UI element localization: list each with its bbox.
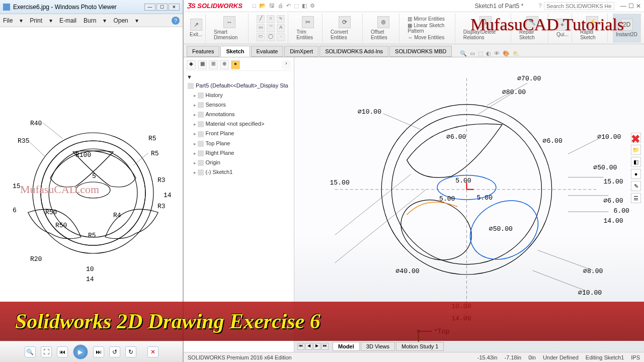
qat-print-icon[interactable]: 🖨 (278, 3, 283, 9)
menu-open[interactable]: Open (113, 17, 128, 24)
sw-close-button[interactable]: ✕ (636, 3, 641, 10)
tree-filter-icon[interactable]: ▼ (187, 74, 192, 80)
qat-options-icon[interactable]: ⚙ (310, 3, 315, 9)
taskpane-view-icon[interactable]: ◧ (631, 157, 641, 167)
instant2d-button[interactable]: 2DInstant2D (613, 14, 641, 43)
menu-file[interactable]: File (3, 17, 13, 24)
display-relations-button[interactable]: ⊥Display/Delete Relations (460, 14, 511, 43)
mirror-entities-button[interactable]: ▥ Mirror Entities (408, 16, 444, 22)
text-tool-icon[interactable]: A (277, 24, 285, 32)
view-orient-icon[interactable]: ⬚ (478, 50, 483, 57)
tree-item-top-plane[interactable]: Top Plane (186, 139, 292, 148)
spline-tool-icon[interactable]: ∿ (277, 15, 285, 23)
tab-dimxpert[interactable]: DimXpert (284, 46, 318, 57)
taskpane-appearance-icon[interactable]: ● (631, 169, 641, 179)
status-edition: SOLIDWORKS Premium 2016 x64 Edition (188, 354, 292, 360)
tree-item-right-plane[interactable]: Right Plane (186, 148, 292, 158)
menu-email[interactable]: E-mail (59, 17, 76, 24)
linear-pattern-button[interactable]: ▦ Linear Sketch Pattern (408, 23, 451, 34)
wpv-controls: 🔍 ⛶ ⏮ ▶ ⏭ ↺ ↻ ✕ (0, 341, 183, 362)
circle-tool-icon[interactable]: ○ (267, 15, 275, 23)
ellipse-tool-icon[interactable]: ◯ (267, 33, 275, 41)
tree-tab2-icon[interactable]: ▦ (198, 60, 207, 69)
qat-new-icon[interactable]: □ (253, 3, 256, 9)
close-button[interactable]: ✕ (169, 4, 180, 11)
qat-rebuild-icon[interactable]: ◧ (302, 3, 307, 9)
tab-nav-next[interactable]: ▶ (313, 343, 320, 350)
tab-nav-last[interactable]: ⏭ (321, 343, 329, 350)
zoom-area-icon[interactable]: ▭ (470, 50, 475, 57)
tree-item-history[interactable]: History (186, 90, 292, 100)
qat-open-icon[interactable]: 📂 (259, 3, 266, 9)
repair-sketch-button[interactable]: 🔧Repair Sketch (516, 14, 548, 43)
tab-nav-prev[interactable]: ◀ (305, 343, 312, 350)
rapid-sketch-button[interactable]: ⚡Rapid Sketch (577, 14, 608, 43)
slideshow-button[interactable]: ▶ (73, 344, 88, 359)
sw-minimize-button[interactable]: — (620, 3, 626, 10)
rotate-ccw-button[interactable]: ↺ (109, 346, 120, 357)
smart-dimension-button[interactable]: ↔Smart Dimension (211, 14, 249, 43)
qat-select-icon[interactable]: ⬚ (294, 3, 299, 9)
point-tool-icon[interactable]: · (277, 33, 285, 41)
svg-text:R50: R50 (55, 222, 67, 229)
search-input[interactable] (544, 2, 614, 10)
rect-tool-icon[interactable]: ▭ (257, 24, 265, 32)
display-style-icon[interactable]: ◐ (486, 50, 491, 57)
taskpane-custom-icon[interactable]: ✎ (631, 181, 641, 191)
tree-item-annotations[interactable]: Annotations (186, 110, 292, 119)
maximize-button[interactable]: ☐ (156, 4, 168, 11)
tab-addins[interactable]: SOLIDWORKS Add-Ins (319, 46, 388, 57)
close-sketch-x-icon[interactable]: ✖ (631, 133, 640, 146)
tab-evaluate[interactable]: Evaluate (251, 46, 284, 57)
tab-nav-first[interactable]: ⏮ (297, 343, 304, 350)
qat-save-icon[interactable]: 🖫 (269, 3, 275, 9)
prev-button[interactable]: ⏮ (57, 346, 68, 357)
delete-button[interactable]: ✕ (147, 346, 158, 357)
tree-tab1-icon[interactable]: ◆ (187, 60, 196, 69)
exit-sketch-button[interactable]: ↗Exit... (187, 14, 206, 43)
zoom-out-button[interactable]: 🔍 (25, 346, 36, 357)
next-button[interactable]: ⏭ (93, 346, 104, 357)
fit-button[interactable]: ⛶ (41, 346, 52, 357)
tree-item-sketch1[interactable]: (-) Sketch1 (186, 167, 292, 177)
tree-item-front-plane[interactable]: Front Plane (186, 129, 292, 138)
convert-entities-button[interactable]: ⟳Convert Entities (328, 14, 363, 43)
tree-item-sensors[interactable]: Sensors (186, 100, 292, 110)
taskpane-forum-icon[interactable]: ☰ (631, 193, 641, 203)
tab-sketch[interactable]: Sketch (220, 46, 250, 57)
slot-tool-icon[interactable]: ⬭ (257, 33, 265, 41)
hide-show-icon[interactable]: 👁 (494, 50, 500, 57)
menu-print[interactable]: Print (30, 17, 42, 24)
qat-undo-icon[interactable]: ↶ (286, 3, 291, 9)
scene-icon[interactable]: ⛅ (513, 50, 520, 57)
sw-maximize-button[interactable]: ☐ (628, 3, 634, 10)
tree-tab5-icon[interactable]: ● (231, 60, 240, 69)
line-tool-icon[interactable]: ╱ (257, 15, 265, 23)
zoom-fit-icon[interactable]: 🔍 (460, 50, 467, 57)
tree-tab4-icon[interactable]: ⊕ (220, 60, 229, 69)
trim-entities-button[interactable]: ✂Trim Entities (293, 14, 323, 43)
tree-tab3-icon[interactable]: ⊞ (209, 60, 218, 69)
menu-burn[interactable]: Burn (84, 17, 96, 24)
tab-features[interactable]: Features (187, 46, 219, 57)
bottom-tab-3dviews[interactable]: 3D Views (361, 342, 395, 351)
tab-mbd[interactable]: SOLIDWORKS MBD (389, 46, 452, 57)
svg-text:∅40.00: ∅40.00 (395, 267, 419, 275)
arc-tool-icon[interactable]: ⌒ (267, 24, 275, 32)
tree-root[interactable]: Part5 (Default<<Default>_Display Sta (186, 81, 292, 90)
move-entities-button[interactable]: ↔ Move Entities (408, 35, 444, 40)
status-units[interactable]: IPS (631, 354, 640, 360)
appearance-icon[interactable]: 🎨 (503, 50, 510, 57)
help-icon[interactable]: ? (172, 17, 180, 25)
wpv-image-canvas[interactable]: R40 R35 R100 R5 15 6 R50 R50 R3 R3 14 R4… (0, 27, 183, 341)
bottom-tab-model[interactable]: Model (333, 342, 360, 351)
minimize-button[interactable]: — (144, 4, 155, 11)
bottom-tab-motion[interactable]: Motion Study 1 (396, 342, 444, 351)
tree-expand-icon[interactable]: › (282, 60, 291, 69)
rotate-cw-button[interactable]: ↻ (125, 346, 136, 357)
tree-item-material[interactable]: Material <not specified> (186, 119, 292, 129)
taskpane-resources-icon[interactable]: 📁 (631, 145, 641, 155)
offset-entities-button[interactable]: ⊚Offset Entities (368, 14, 399, 43)
tree-item-origin[interactable]: Origin (186, 158, 292, 167)
quick-snaps-button[interactable]: ⌖Qui... (553, 14, 572, 43)
